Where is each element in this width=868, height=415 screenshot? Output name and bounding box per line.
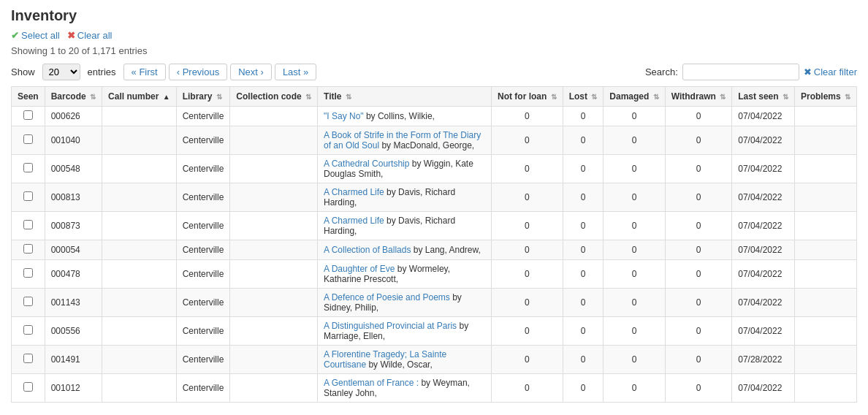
seen-checkbox[interactable]	[23, 134, 33, 144]
library-cell: Centerville	[176, 212, 230, 240]
sort-title-icon: ⇅	[346, 93, 351, 101]
withdrawn-cell: 0	[665, 317, 732, 346]
th-lost[interactable]: Lost ⇅	[563, 87, 604, 107]
sort-withdrawn-icon: ⇅	[720, 93, 726, 101]
withdrawn-cell: 0	[665, 126, 732, 155]
title-link[interactable]: A Defence of Poesie and Poems	[324, 292, 450, 302]
first-button[interactable]: « First	[123, 64, 166, 80]
collection-code-cell	[230, 260, 318, 289]
seen-cell	[12, 155, 45, 183]
table-row: 000548CentervilleA Cathedral Courtship b…	[12, 155, 857, 183]
last-seen-cell: 07/04/2022	[732, 183, 795, 212]
last-seen-cell: 07/04/2022	[732, 374, 795, 403]
sort-callnumber-icon: ▲	[163, 93, 170, 101]
last-button[interactable]: Last »	[275, 64, 316, 80]
sort-library-icon: ⇅	[216, 93, 222, 101]
title-rest: by Lang, Andrew,	[411, 245, 480, 255]
not-for-loan-cell: 0	[492, 155, 563, 183]
seen-checkbox[interactable]	[23, 382, 33, 392]
seen-checkbox[interactable]	[23, 325, 33, 335]
call-number-cell	[102, 346, 177, 374]
title-cell: A Cathedral Courtship by Wiggin, Kate Do…	[318, 155, 492, 183]
th-last-seen[interactable]: Last seen ⇅	[732, 87, 795, 107]
collection-code-cell	[230, 212, 318, 240]
title-link[interactable]: A Daughter of Eve	[324, 264, 395, 274]
title-cell: A Gentleman of France : by Weyman, Stanl…	[318, 374, 492, 403]
title-link[interactable]: "I Say No"	[324, 111, 364, 121]
title-link[interactable]: A Collection of Ballads	[324, 245, 411, 255]
entries-select[interactable]: 102050100	[42, 64, 80, 80]
table-row: 001040CentervilleA Book of Strife in the…	[12, 126, 857, 155]
sort-lastseen-icon: ⇅	[783, 93, 788, 101]
th-withdrawn[interactable]: Withdrawn ⇅	[665, 87, 732, 107]
title-link[interactable]: A Gentleman of France :	[324, 378, 419, 388]
seen-cell	[12, 346, 45, 374]
clear-filter-label: Clear filter	[814, 66, 857, 77]
library-cell: Centerville	[176, 155, 230, 183]
problems-cell	[794, 107, 856, 126]
seen-checkbox[interactable]	[23, 163, 33, 172]
not-for-loan-cell: 0	[492, 260, 563, 289]
title-link[interactable]: A Distinguished Provincial at Paris	[324, 321, 457, 331]
title-cell: A Charmed Life by Davis, Richard Harding…	[318, 212, 492, 240]
select-all-link[interactable]: ✔ Select all	[11, 30, 60, 41]
th-call-number[interactable]: Call number ▲	[102, 87, 177, 107]
seen-checkbox[interactable]	[23, 354, 33, 363]
barcode-cell: 000556	[45, 317, 102, 346]
problems-cell	[794, 289, 856, 317]
th-collection-code[interactable]: Collection code ⇅	[230, 87, 318, 107]
seen-checkbox[interactable]	[23, 191, 33, 201]
th-barcode[interactable]: Barcode ⇅	[45, 87, 102, 107]
library-cell: Centerville	[176, 346, 230, 374]
withdrawn-cell: 0	[665, 260, 732, 289]
call-number-cell	[102, 374, 177, 403]
problems-cell	[794, 260, 856, 289]
title-link[interactable]: A Cathedral Courtship	[324, 159, 409, 169]
collection-code-cell	[230, 183, 318, 212]
seen-cell	[12, 126, 45, 155]
seen-checkbox[interactable]	[23, 110, 33, 120]
lost-cell: 0	[563, 260, 604, 289]
title-link[interactable]: A Charmed Life	[324, 216, 384, 226]
seen-cell	[12, 212, 45, 240]
next-button[interactable]: Next ›	[230, 64, 272, 80]
withdrawn-cell: 0	[665, 155, 732, 183]
previous-button[interactable]: ‹ Previous	[169, 64, 228, 80]
clear-filter-button[interactable]: ✖ Clear filter	[804, 66, 857, 77]
problems-cell	[794, 346, 856, 374]
table-row: 000626Centerville"I Say No" by Collins, …	[12, 107, 857, 126]
library-cell: Centerville	[176, 289, 230, 317]
damaged-cell: 0	[604, 107, 665, 126]
seen-checkbox[interactable]	[23, 268, 33, 278]
th-problems[interactable]: Problems ⇅	[794, 87, 856, 107]
damaged-cell: 0	[604, 317, 665, 346]
lost-cell: 0	[563, 317, 604, 346]
clear-all-link[interactable]: ✖ Clear all	[67, 30, 113, 41]
clear-all-label: Clear all	[77, 30, 113, 41]
title-link[interactable]: A Charmed Life	[324, 187, 384, 197]
not-for-loan-cell: 0	[492, 183, 563, 212]
collection-code-cell	[230, 346, 318, 374]
table-row: 000556CentervilleA Distinguished Provinc…	[12, 317, 857, 346]
seen-checkbox[interactable]	[23, 297, 33, 306]
lost-cell: 0	[563, 346, 604, 374]
th-not-for-loan[interactable]: Not for loan ⇅	[492, 87, 563, 107]
search-input[interactable]	[682, 64, 799, 80]
problems-cell	[794, 240, 856, 260]
sort-problems-icon: ⇅	[845, 93, 850, 101]
seen-checkbox[interactable]	[23, 244, 33, 254]
barcode-cell: 000873	[45, 212, 102, 240]
seen-checkbox[interactable]	[23, 220, 33, 229]
damaged-cell: 0	[604, 183, 665, 212]
damaged-cell: 0	[604, 374, 665, 403]
seen-cell	[12, 260, 45, 289]
table-row: 000478CentervilleA Daughter of Eve by Wo…	[12, 260, 857, 289]
library-cell: Centerville	[176, 107, 230, 126]
th-damaged[interactable]: Damaged ⇅	[604, 87, 665, 107]
title-cell: A Book of Strife in the Form of The Diar…	[318, 126, 492, 155]
title-cell: "I Say No" by Collins, Wilkie,	[318, 107, 492, 126]
last-seen-cell: 07/04/2022	[732, 212, 795, 240]
barcode-cell: 001012	[45, 374, 102, 403]
th-library[interactable]: Library ⇅	[176, 87, 230, 107]
th-title[interactable]: Title ⇅	[318, 87, 492, 107]
